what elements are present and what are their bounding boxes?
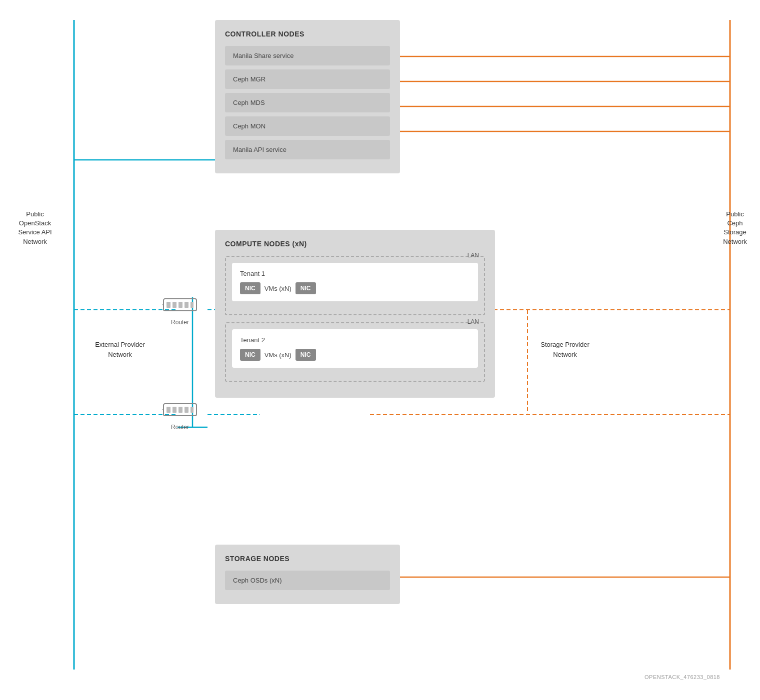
router1-container: Router <box>162 297 198 326</box>
svg-rect-20 <box>178 302 182 308</box>
footer-label: OPENSTACK_476233_0818 <box>644 674 720 680</box>
svg-rect-28 <box>184 407 188 413</box>
tenant1-nic-vms-row: NIC VMs (xN) NIC <box>240 282 470 294</box>
tenant2-nic-left: NIC <box>240 349 260 361</box>
router2-icon <box>162 402 198 420</box>
storage-nodes-panel: STORAGE NODES Ceph OSDs (xN) <box>215 545 400 604</box>
external-provider-label: External Provider Network <box>85 340 155 359</box>
storage-nodes-title: STORAGE NODES <box>225 555 390 563</box>
svg-rect-29 <box>190 407 194 413</box>
router2-container: Router <box>162 402 198 431</box>
lan-label-1: LAN <box>468 252 479 259</box>
diagram-container: Public OpenStack Service API Network Pub… <box>0 0 760 700</box>
ceph-mds-box: Ceph MDS <box>225 93 390 112</box>
right-network-label: Public Ceph Storage Network <box>715 210 755 246</box>
tenant2-label: Tenant 2 <box>240 336 470 344</box>
ceph-mgr-box: Ceph MGR <box>225 69 390 89</box>
tenant1-dashed-box: LAN Tenant 1 NIC VMs (xN) NIC <box>225 256 485 315</box>
controller-nodes-title: CONTROLLER NODES <box>225 30 390 38</box>
svg-rect-25 <box>166 407 170 413</box>
svg-rect-26 <box>172 407 176 413</box>
svg-rect-21 <box>184 302 188 308</box>
tenant2-box: Tenant 2 NIC VMs (xN) NIC <box>232 329 478 368</box>
router1-label: Router <box>162 319 198 326</box>
tenant2-vms-label: VMs (xN) <box>264 351 292 359</box>
tenant2-nic-right: NIC <box>296 349 316 361</box>
compute-nodes-panel: COMPUTE NODES (xN) LAN Tenant 1 NIC VMs … <box>215 230 495 398</box>
svg-rect-27 <box>178 407 182 413</box>
router2-label: Router <box>162 424 198 431</box>
left-network-label: Public OpenStack Service API Network <box>10 210 60 246</box>
tenant1-nic-left: NIC <box>240 282 260 294</box>
tenant2-dashed-box: LAN Tenant 2 NIC VMs (xN) NIC <box>225 322 485 382</box>
tenant1-nic-right: NIC <box>296 282 316 294</box>
tenant1-label: Tenant 1 <box>240 270 470 277</box>
lan-label-2: LAN <box>468 318 479 325</box>
svg-rect-18 <box>166 302 170 308</box>
manila-api-service-box: Manila API service <box>225 140 390 159</box>
ceph-mon-box: Ceph MON <box>225 116 390 136</box>
manila-share-service-box: Manila Share service <box>225 46 390 65</box>
router1-icon <box>162 297 198 315</box>
tenant1-vms-label: VMs (xN) <box>264 285 292 292</box>
svg-rect-19 <box>172 302 176 308</box>
storage-provider-label: Storage Provider Network <box>532 340 598 359</box>
tenant2-nic-vms-row: NIC VMs (xN) NIC <box>240 349 470 361</box>
ceph-osds-box: Ceph OSDs (xN) <box>225 571 390 590</box>
compute-nodes-title: COMPUTE NODES (xN) <box>225 240 485 248</box>
svg-rect-22 <box>190 302 194 308</box>
controller-nodes-panel: CONTROLLER NODES Manila Share service Ce… <box>215 20 400 173</box>
tenant1-box: Tenant 1 NIC VMs (xN) NIC <box>232 263 478 301</box>
